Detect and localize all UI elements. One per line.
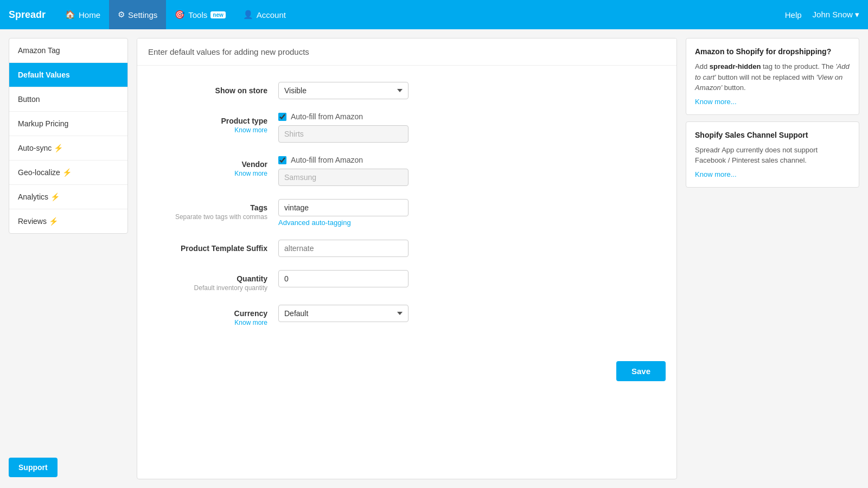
dropshipping-card: Amazon to Shopify for dropshipping? Add … — [686, 38, 859, 115]
vendor-autofill-checkbox[interactable] — [278, 156, 286, 164]
nav-settings-label: Settings — [128, 10, 157, 20]
sidebar-item-button[interactable]: Button — [9, 87, 127, 112]
nav-right: Help John Snow ▾ — [785, 10, 859, 20]
nav-items: 🏠 Home ⚙ Settings 🎯 Tools new 👤 Account — [56, 0, 785, 29]
sales-channel-card: Shopify Sales Channel Support Spreadr Ap… — [686, 121, 859, 188]
currency-label: Currency — [148, 309, 267, 318]
vendor-autofill-label: Auto-fill from Amazon — [291, 156, 363, 164]
product-type-autofill-checkbox[interactable] — [278, 113, 286, 121]
sidebar-item-geo-localize[interactable]: Geo-localize ⚡ — [9, 160, 127, 185]
settings-icon: ⚙ — [118, 10, 125, 20]
sidebar: Amazon Tag Default Values Button Markup … — [9, 38, 128, 234]
nav-account[interactable]: 👤 Account — [234, 0, 295, 29]
account-icon: 👤 — [243, 10, 253, 20]
page-layout: Amazon Tag Default Values Button Markup … — [0, 29, 868, 488]
dropshipping-card-body: Add spreadr-hidden tag to the product. T… — [695, 61, 850, 93]
nav-home-label: Home — [79, 10, 100, 20]
dropshipping-card-title: Amazon to Shopify for dropshipping? — [695, 47, 850, 56]
currency-know-more[interactable]: Know more — [148, 319, 267, 326]
sidebar-item-reviews[interactable]: Reviews ⚡ — [9, 209, 127, 233]
product-type-autofill-label: Auto-fill from Amazon — [291, 112, 363, 121]
template-suffix-input[interactable] — [278, 240, 409, 257]
product-type-row: Product type Know more Auto-fill from Am… — [148, 112, 666, 143]
show-on-store-select[interactable]: Visible Hidden Draft — [278, 82, 409, 99]
sales-channel-card-title: Shopify Sales Channel Support — [695, 131, 850, 139]
quantity-row: Quantity Default inventory quantity — [148, 270, 666, 292]
quantity-input[interactable] — [278, 270, 409, 287]
currency-row: Currency Know more Default USD EUR GBP — [148, 305, 666, 326]
template-suffix-row: Product Template Suffix — [148, 240, 666, 257]
right-panel: Amazon to Shopify for dropshipping? Add … — [686, 38, 859, 188]
tags-sublabel: Separate two tags with commas — [148, 213, 267, 221]
vendor-input[interactable] — [278, 169, 409, 186]
quantity-sublabel: Default inventory quantity — [148, 284, 267, 292]
sales-channel-card-body: Spreadr App currently does not support F… — [695, 145, 850, 166]
nav-home[interactable]: 🏠 Home — [56, 0, 109, 29]
sidebar-item-default-values[interactable]: Default Values — [9, 63, 127, 87]
dropshipping-know-more-link[interactable]: Know more... — [695, 98, 850, 106]
main-content: Enter default values for adding new prod… — [137, 38, 677, 479]
form-area: Show on store Visible Hidden Draft Produ… — [137, 66, 676, 356]
currency-select[interactable]: Default USD EUR GBP — [278, 305, 409, 322]
tools-badge: new — [210, 11, 225, 18]
product-type-input[interactable] — [278, 125, 409, 143]
nav-tools-label: Tools — [188, 10, 207, 20]
nav-tools[interactable]: 🎯 Tools new — [166, 0, 234, 29]
sidebar-item-amazon-tag[interactable]: Amazon Tag — [9, 38, 127, 63]
tools-icon: 🎯 — [175, 10, 185, 20]
navbar: Spreadr 🏠 Home ⚙ Settings 🎯 Tools new 👤 … — [0, 0, 868, 29]
nav-user-label: John Snow — [813, 10, 853, 19]
product-type-autofill-row: Auto-fill from Amazon — [278, 112, 666, 121]
support-button[interactable]: Support — [9, 458, 58, 477]
brand-logo: Spreadr — [9, 9, 46, 21]
vendor-label: Vendor — [148, 160, 267, 169]
tags-input[interactable] — [278, 199, 409, 216]
nav-account-label: Account — [257, 10, 286, 20]
sidebar-item-analytics[interactable]: Analytics ⚡ — [9, 185, 127, 209]
save-button[interactable]: Save — [616, 361, 666, 381]
tags-row: Tags Separate two tags with commas Advan… — [148, 199, 666, 227]
save-row: Save — [137, 356, 676, 397]
sales-channel-know-more-link[interactable]: Know more... — [695, 170, 850, 178]
sidebar-item-auto-sync[interactable]: Auto-sync ⚡ — [9, 136, 127, 160]
show-on-store-row: Show on store Visible Hidden Draft — [148, 82, 666, 99]
product-type-know-more[interactable]: Know more — [148, 126, 267, 134]
quantity-label: Quantity — [148, 274, 267, 283]
home-icon: 🏠 — [65, 10, 75, 20]
nav-help[interactable]: Help — [785, 10, 802, 20]
nav-user[interactable]: John Snow ▾ — [813, 10, 859, 20]
template-suffix-label: Product Template Suffix — [148, 244, 267, 253]
sidebar-item-markup-pricing[interactable]: Markup Pricing — [9, 112, 127, 136]
section-header: Enter default values for adding new prod… — [137, 38, 676, 66]
tags-label: Tags — [148, 203, 267, 212]
product-type-label: Product type — [148, 117, 267, 125]
show-on-store-label: Show on store — [148, 86, 267, 95]
vendor-autofill-row: Auto-fill from Amazon — [278, 156, 666, 164]
vendor-row: Vendor Know more Auto-fill from Amazon — [148, 156, 666, 186]
vendor-know-more[interactable]: Know more — [148, 170, 267, 177]
advanced-auto-tagging-link[interactable]: Advanced auto-tagging — [278, 219, 666, 227]
nav-settings[interactable]: ⚙ Settings — [109, 0, 166, 29]
